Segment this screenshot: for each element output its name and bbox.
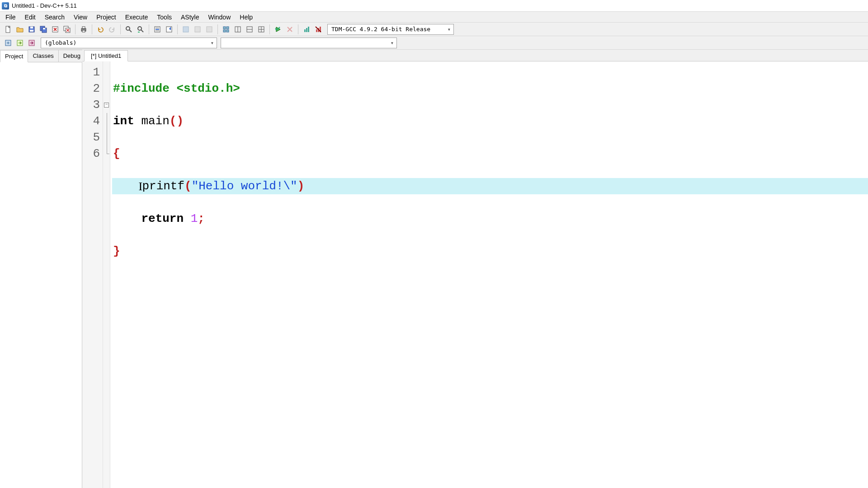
menu-search[interactable]: Search [40, 12, 69, 22]
line-number: 5 [87, 129, 100, 145]
print-icon[interactable] [78, 24, 89, 35]
compile-icon[interactable] [180, 24, 191, 35]
code-token: 1 [184, 212, 198, 225]
svg-point-13 [126, 27, 130, 30]
replace-icon[interactable] [135, 24, 146, 35]
project-tree[interactable] [0, 62, 82, 488]
member-select[interactable] [221, 38, 397, 48]
toolbar-separator [120, 24, 121, 34]
toolbar-separator [298, 24, 298, 34]
svg-rect-28 [226, 30, 229, 32]
line-number: 3 [87, 97, 100, 113]
new-class-icon[interactable] [3, 38, 14, 48]
close-file-icon[interactable] [50, 24, 61, 35]
svg-rect-24 [207, 27, 212, 32]
save-icon[interactable] [26, 24, 37, 35]
code-token: #include [113, 82, 170, 95]
fold-end-icon [107, 145, 107, 154]
line-number: 2 [87, 80, 100, 97]
layout2-icon[interactable] [244, 24, 255, 35]
debug-start-icon[interactable] [273, 24, 283, 35]
menu-astyle[interactable]: AStyle [176, 12, 203, 22]
left-tab-project[interactable]: Project [0, 50, 28, 62]
compiler-select[interactable]: TDM-GCC 4.9.2 64-bit Release [327, 24, 454, 35]
svg-rect-38 [308, 27, 309, 32]
scope-select[interactable]: (globals) [41, 38, 217, 48]
svg-line-14 [129, 30, 132, 32]
toolbar-separator [217, 24, 218, 34]
svg-rect-12 [82, 30, 85, 32]
code-token: int [113, 114, 134, 128]
left-tabs: Project Classes Debug [0, 50, 82, 62]
layout1-icon[interactable] [232, 24, 243, 35]
left-tab-debug[interactable]: Debug [58, 50, 85, 62]
menu-edit[interactable]: Edit [20, 12, 40, 22]
text-cursor-icon [141, 180, 142, 192]
compiler-select-value: TDM-GCC 4.9.2 64-bit Release [331, 26, 430, 33]
menu-help[interactable]: Help [235, 12, 257, 22]
layout3-icon[interactable] [256, 24, 267, 35]
svg-rect-22 [183, 27, 189, 32]
left-tab-classes[interactable]: Classes [28, 50, 58, 62]
svg-line-16 [141, 30, 143, 32]
menu-project[interactable]: Project [92, 12, 121, 22]
menu-window[interactable]: Window [203, 12, 235, 22]
undo-icon[interactable] [95, 24, 106, 35]
code-content[interactable]: #include <stdio.h> int main() { printf("… [110, 61, 868, 488]
compile-run-icon[interactable] [204, 24, 215, 35]
svg-rect-2 [30, 27, 33, 28]
editor-area: [*] Untitled1 1 2 3 4 5 6 − #include <st… [82, 50, 868, 488]
toggle-bookmark-icon[interactable] [164, 24, 175, 35]
goto-decl-icon[interactable] [14, 38, 25, 48]
code-indent [113, 212, 141, 225]
rebuild-all-icon[interactable] [221, 24, 231, 35]
svg-rect-39 [316, 29, 317, 32]
debug-stop-icon[interactable] [284, 24, 295, 35]
svg-rect-11 [82, 27, 85, 28]
svg-rect-36 [304, 29, 306, 32]
line-number: 6 [87, 145, 100, 162]
goto-line-icon[interactable] [152, 24, 163, 35]
open-file-icon[interactable] [14, 24, 25, 35]
main-area: Project Classes Debug [*] Untitled1 1 2 … [0, 50, 868, 488]
find-icon[interactable] [123, 24, 134, 35]
save-all-icon[interactable] [38, 24, 49, 35]
menu-file[interactable]: File [1, 12, 20, 22]
close-all-icon[interactable] [61, 24, 72, 35]
code-token: } [113, 244, 120, 258]
menu-view[interactable]: View [69, 12, 92, 22]
fold-line-icon [107, 113, 107, 129]
code-token: ; [198, 212, 205, 225]
svg-rect-25 [223, 27, 226, 29]
app-icon: ⧉ [2, 2, 9, 9]
fold-toggle-icon[interactable]: − [104, 103, 109, 108]
code-token: "Hello world!\" [192, 179, 297, 193]
line-number: 1 [87, 64, 100, 80]
profile-icon[interactable] [301, 24, 312, 35]
code-token: () [170, 114, 184, 128]
toolbar-separator [177, 24, 178, 34]
goto-impl-icon[interactable] [26, 38, 37, 48]
code-token: return [141, 212, 184, 225]
code-token: main [134, 114, 170, 128]
toolbar-separator [269, 24, 270, 34]
code-editor[interactable]: 1 2 3 4 5 6 − #include <stdio.h> int mai… [82, 61, 868, 488]
toolbar-main: TDM-GCC 4.9.2 64-bit Release [0, 23, 868, 36]
redo-icon[interactable] [107, 24, 118, 35]
menu-execute[interactable]: Execute [121, 12, 153, 22]
run-icon[interactable] [192, 24, 203, 35]
line-number: 4 [87, 113, 100, 129]
svg-rect-27 [223, 30, 226, 32]
svg-rect-37 [306, 28, 307, 32]
svg-rect-3 [30, 30, 33, 32]
new-file-icon[interactable] [3, 24, 14, 35]
menu-bar: File Edit Search View Project Execute To… [0, 12, 868, 23]
fold-gutter: − [103, 61, 110, 488]
menu-tools[interactable]: Tools [152, 12, 176, 22]
editor-tabs: [*] Untitled1 [82, 50, 868, 61]
delete-profile-icon[interactable] [313, 24, 324, 35]
editor-tab-untitled1[interactable]: [*] Untitled1 [84, 50, 128, 61]
left-panel: Project Classes Debug [0, 50, 82, 488]
scope-select-value: (globals) [45, 39, 76, 46]
toolbar-separator [149, 24, 149, 34]
